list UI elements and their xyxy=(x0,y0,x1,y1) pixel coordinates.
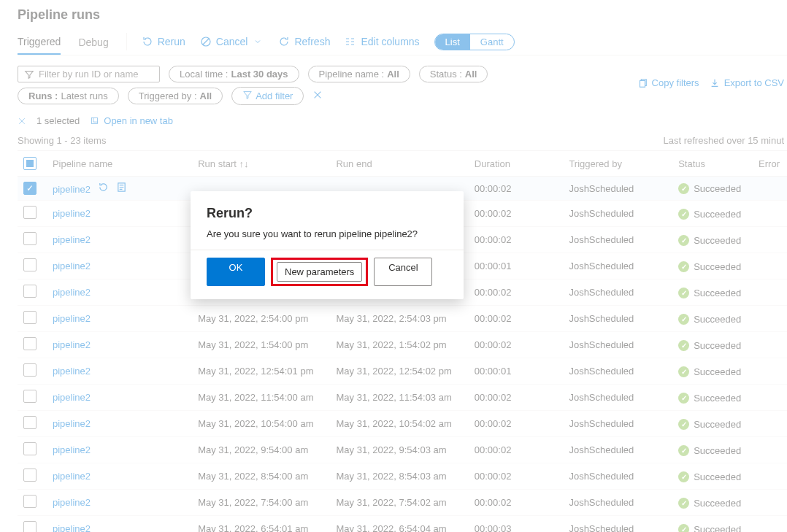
rerun-dialog: Rerun? Are you sure you want to rerun pi… xyxy=(191,191,464,299)
dialog-title: Rerun? xyxy=(207,206,448,221)
callout-highlight: New parameters xyxy=(271,258,368,286)
cancel-dialog-button[interactable]: Cancel xyxy=(374,258,432,286)
dialog-message: Are you sure you want to rerun pipeline … xyxy=(207,228,448,239)
new-parameters-button[interactable]: New parameters xyxy=(277,262,362,282)
ok-button[interactable]: OK xyxy=(207,258,265,286)
